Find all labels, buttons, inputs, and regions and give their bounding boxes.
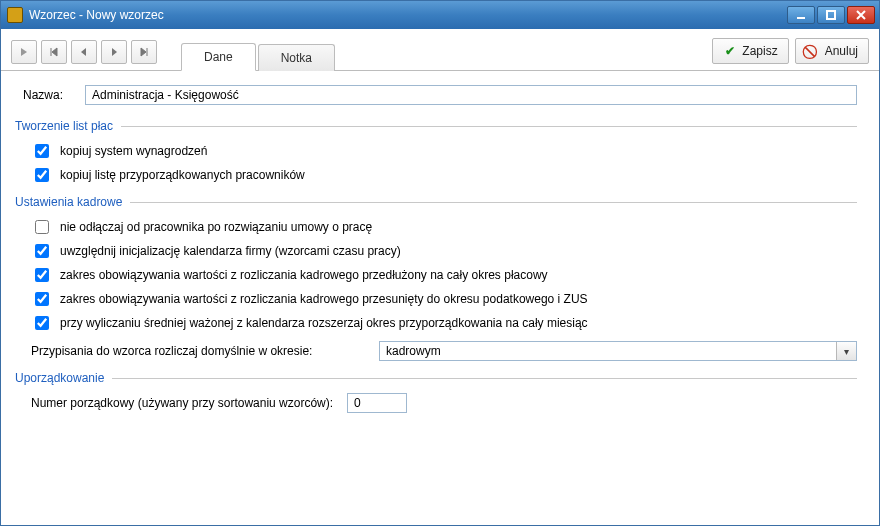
checkbox-copy-list[interactable] [35,168,49,182]
maximize-button[interactable] [817,6,845,24]
nav-last-button[interactable] [131,40,157,64]
cancel-button-label: Anuluj [825,44,858,58]
section-hr-title: Ustawienia kadrowe [15,195,122,209]
section-payroll: Tworzenie list płac kopiuj system wynagr… [23,119,857,185]
order-input[interactable] [347,393,407,413]
label-no-detach[interactable]: nie odłączaj od pracownika po rozwiązani… [60,220,372,234]
cancel-button[interactable]: Anuluj [795,38,869,64]
window: Wzorzec - Nowy wzorzec Dane Notka [0,0,880,526]
name-input[interactable] [85,85,857,105]
content-area: Nazwa: Tworzenie list płac kopiuj system… [1,71,879,525]
nav-group [11,40,157,64]
assign-select-value: kadrowym [380,342,836,360]
label-avg-month[interactable]: przy wyliczaniu średniej ważonej z kalen… [60,316,588,330]
assign-select[interactable]: kadrowym [379,341,857,361]
tab-notka[interactable]: Notka [258,44,335,71]
assign-row: Przypisania do wzorca rozliczaj domyślni… [31,341,857,361]
order-row: Numer porządkowy (używany przy sortowani… [31,393,857,413]
label-copy-list[interactable]: kopiuj listę przyporządkowanych pracowni… [60,168,305,182]
checkbox-extend-payroll[interactable] [35,268,49,282]
chevron-down-icon[interactable] [836,342,856,360]
label-shift-tax[interactable]: zakres obowiązywania wartości z rozlicza… [60,292,588,306]
titlebar: Wzorzec - Nowy wzorzec [1,1,879,29]
divider [112,378,857,379]
cancel-icon [806,44,820,58]
nav-prev-button[interactable] [71,40,97,64]
label-extend-payroll[interactable]: zakres obowiązywania wartości z rozlicza… [60,268,548,282]
tab-dane[interactable]: Dane [181,43,256,71]
save-button[interactable]: Zapisz [712,38,788,64]
name-row: Nazwa: [23,85,857,105]
checkbox-avg-month[interactable] [35,316,49,330]
nav-play-button[interactable] [11,40,37,64]
label-calendar-init[interactable]: uwzględnij inicjalizację kalendarza firm… [60,244,401,258]
name-label: Nazwa: [23,88,75,102]
order-label: Numer porządkowy (używany przy sortowani… [31,396,333,410]
divider [130,202,857,203]
save-button-label: Zapisz [742,44,777,58]
toolbar: Dane Notka Zapisz Anuluj [1,29,879,71]
section-hr: Ustawienia kadrowe nie odłączaj od praco… [23,195,857,361]
section-order: Uporządkowanie Numer porządkowy (używany… [23,371,857,413]
label-copy-system[interactable]: kopiuj system wynagrodzeń [60,144,207,158]
checkbox-calendar-init[interactable] [35,244,49,258]
checkbox-copy-system[interactable] [35,144,49,158]
window-controls [787,6,875,24]
divider [121,126,857,127]
checkbox-shift-tax[interactable] [35,292,49,306]
checkbox-no-detach[interactable] [35,220,49,234]
section-payroll-title: Tworzenie list płac [15,119,113,133]
section-order-title: Uporządkowanie [15,371,104,385]
nav-first-button[interactable] [41,40,67,64]
app-icon [7,7,23,23]
close-button[interactable] [847,6,875,24]
svg-rect-0 [827,11,835,19]
window-title: Wzorzec - Nowy wzorzec [29,8,787,22]
minimize-button[interactable] [787,6,815,24]
nav-next-button[interactable] [101,40,127,64]
assign-label: Przypisania do wzorca rozliczaj domyślni… [31,344,371,358]
check-icon [723,44,737,58]
tab-strip: Dane Notka [181,42,337,70]
